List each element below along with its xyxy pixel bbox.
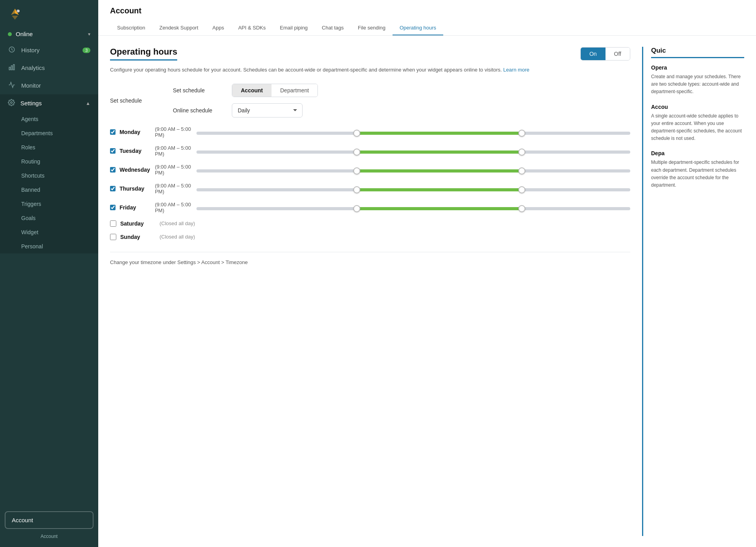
page-header: Account Subscription Zendesk Support App… <box>98 0 756 36</box>
day-row-thursday: Thursday (9:00 AM – 5:00 PM) <box>110 183 630 195</box>
settings-header[interactable]: Settings ▲ <box>0 94 98 112</box>
wednesday-label: Wednesday <box>119 167 151 173</box>
sidebar-item-account[interactable]: Account <box>5 511 94 529</box>
page-body: Operating hours On Off Configure your op… <box>98 36 756 547</box>
sunday-label: Sunday <box>120 234 156 240</box>
guide-department-title: Depa <box>651 150 744 156</box>
operating-hours-title: Operating hours <box>110 47 177 61</box>
monday-slider[interactable] <box>196 132 630 135</box>
saturday-checkbox[interactable] <box>110 220 116 227</box>
sidebar-item-roles[interactable]: Roles <box>0 140 98 154</box>
sidebar-item-widget[interactable]: Widget <box>0 225 98 239</box>
tab-email-piping[interactable]: Email piping <box>273 21 315 35</box>
sidebar-item-triggers[interactable]: Triggers <box>0 197 98 211</box>
sidebar-item-routing[interactable]: Routing <box>0 154 98 169</box>
day-row-tuesday: Tuesday (9:00 AM – 5:00 PM) <box>110 145 630 157</box>
guide-section-department: Depa Multiple department-specific schedu… <box>651 150 744 189</box>
sunday-checkbox[interactable] <box>110 234 116 240</box>
monday-checkbox[interactable] <box>110 129 116 135</box>
svg-marker-1 <box>11 9 15 15</box>
quick-guide-panel: Quic Opera Create and manage your schedu… <box>642 47 744 536</box>
wednesday-time: (9:00 AM – 5:00 PM) <box>155 164 196 176</box>
saturday-label: Saturday <box>120 220 156 227</box>
wednesday-slider[interactable] <box>196 169 630 173</box>
guide-section-account: Accou A single account-wide schedule app… <box>651 104 744 143</box>
tab-apps[interactable]: Apps <box>206 21 231 35</box>
activity-icon <box>8 81 16 90</box>
guide-operating-hours-text: Create and manage your schedules. There … <box>651 73 744 96</box>
thursday-label: Thursday <box>119 185 151 192</box>
section-title-row: Operating hours On Off <box>110 47 630 61</box>
day-row-sunday: Sunday (Closed all day) <box>110 234 630 240</box>
sidebar-item-personal[interactable]: Personal <box>0 239 98 253</box>
guide-operating-hours-title: Opera <box>651 64 744 71</box>
on-off-toggle: On Off <box>580 47 630 61</box>
analytics-label: Analytics <box>21 64 45 71</box>
tab-zendesk-support[interactable]: Zendesk Support <box>152 21 206 35</box>
toggle-on-button[interactable]: On <box>581 48 606 60</box>
toggle-off-button[interactable]: Off <box>606 48 630 60</box>
app-logo-icon <box>8 7 22 21</box>
svg-rect-7 <box>13 64 15 70</box>
sunday-time: (Closed all day) <box>160 234 195 240</box>
online-chevron-icon: ▾ <box>88 31 90 37</box>
monday-time: (9:00 AM – 5:00 PM) <box>155 126 196 138</box>
days-schedule: Monday (9:00 AM – 5:00 PM) <box>110 126 630 240</box>
day-row-monday: Monday (9:00 AM – 5:00 PM) <box>110 126 630 138</box>
settings-gear-icon <box>8 99 15 107</box>
timezone-footer-note: Change your timezone under Settings > Ac… <box>110 252 630 265</box>
saturday-time: (Closed all day) <box>160 220 195 226</box>
day-row-saturday: Saturday (Closed all day) <box>110 220 630 227</box>
day-row-friday: Friday (9:00 AM – 5:00 PM) <box>110 202 630 213</box>
sidebar-item-banned[interactable]: Banned <box>0 183 98 197</box>
sidebar-item-agents[interactable]: Agents <box>0 112 98 126</box>
account-department-toggle: Account Department <box>232 84 318 97</box>
tab-operating-hours[interactable]: Operating hours <box>393 21 443 35</box>
history-badge: 3 <box>83 48 90 53</box>
settings-label: Settings <box>20 100 42 106</box>
settings-section: Settings ▲ Agents Departments Roles Rout… <box>0 94 98 253</box>
guide-section-operating-hours: Opera Create and manage your schedules. … <box>651 64 744 96</box>
sidebar-item-goals[interactable]: Goals <box>0 211 98 225</box>
friday-time: (9:00 AM – 5:00 PM) <box>155 202 196 213</box>
operating-hours-section: Operating hours On Off Configure your op… <box>110 47 630 536</box>
tab-subscription[interactable]: Subscription <box>110 21 152 35</box>
sidebar-item-departments[interactable]: Departments <box>0 126 98 140</box>
sidebar: Online ▾ History 3 Analytics Monitor Set… <box>0 0 98 547</box>
learn-more-link[interactable]: Learn more <box>503 67 529 73</box>
account-schedule-button[interactable]: Account <box>232 84 272 97</box>
sidebar-item-history[interactable]: History 3 <box>0 41 98 59</box>
online-status[interactable]: Online ▾ <box>0 27 98 41</box>
svg-marker-2 <box>12 16 18 20</box>
online-label: Online <box>16 31 33 37</box>
monitor-label: Monitor <box>21 82 41 89</box>
history-label: History <box>21 47 40 53</box>
tuesday-time: (9:00 AM – 5:00 PM) <box>155 145 196 157</box>
sidebar-item-monitor[interactable]: Monitor <box>0 77 98 94</box>
tuesday-checkbox[interactable] <box>110 148 116 154</box>
tab-chat-tags[interactable]: Chat tags <box>315 21 351 35</box>
monday-label: Monday <box>119 129 151 135</box>
friday-slider[interactable] <box>196 207 630 210</box>
sidebar-logo <box>0 0 98 27</box>
set-schedule-label: Set schedule <box>110 97 161 104</box>
friday-label: Friday <box>119 204 151 211</box>
friday-checkbox[interactable] <box>110 204 116 211</box>
tuesday-slider[interactable] <box>196 151 630 154</box>
thursday-slider[interactable] <box>196 188 630 191</box>
sidebar-item-shortcuts[interactable]: Shortcuts <box>0 169 98 183</box>
thursday-time: (9:00 AM – 5:00 PM) <box>155 183 196 195</box>
online-schedule-label: Online schedule <box>173 107 224 114</box>
main-content: Account Subscription Zendesk Support App… <box>98 0 756 547</box>
section-description: Configure your operating hours schedule … <box>110 66 630 74</box>
svg-point-8 <box>11 102 13 104</box>
tab-file-sending[interactable]: File sending <box>351 21 393 35</box>
online-schedule-dropdown[interactable]: Daily Weekly <box>232 103 303 117</box>
set-schedule-row: Set schedule Set schedule Account Depart… <box>110 84 630 117</box>
thursday-checkbox[interactable] <box>110 185 116 192</box>
sidebar-item-analytics[interactable]: Analytics <box>0 59 98 77</box>
account-tooltip: Account <box>0 532 98 543</box>
department-schedule-button[interactable]: Department <box>272 84 317 97</box>
tab-api-sdks[interactable]: API & SDKs <box>231 21 273 35</box>
wednesday-checkbox[interactable] <box>110 167 116 173</box>
